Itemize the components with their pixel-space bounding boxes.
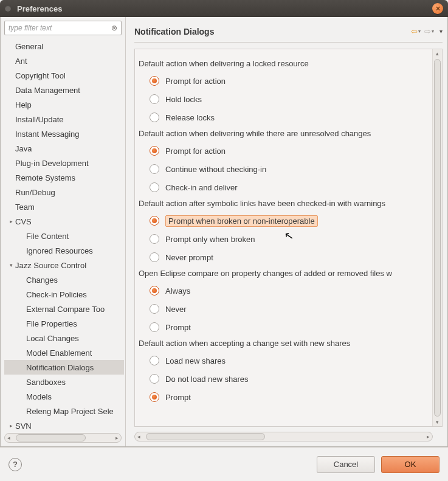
group-label: Default action when delivering a locked … <box>139 59 430 68</box>
radio-row[interactable]: Prompt for action <box>139 72 430 90</box>
ok-button[interactable]: OK <box>381 456 439 473</box>
tree-item-label: Notification Dialogs <box>26 363 94 372</box>
tree-item[interactable]: Ignored Resources <box>4 243 124 258</box>
tree-item[interactable]: Install/Update <box>4 112 124 126</box>
radio-button[interactable] <box>150 374 159 384</box>
radio-button[interactable] <box>150 322 159 332</box>
tree-item[interactable]: Copyright Tool <box>4 68 124 83</box>
tree-item-label: Data Management <box>15 86 80 95</box>
radio-button[interactable] <box>150 304 159 314</box>
tree-item[interactable]: Changes <box>4 272 124 287</box>
radio-button[interactable] <box>150 234 159 244</box>
radio-button[interactable] <box>150 252 159 262</box>
radio-label: Continue without checking-in <box>165 165 266 174</box>
radio-button[interactable] <box>150 216 159 226</box>
radio-button[interactable] <box>150 286 159 296</box>
tree-item[interactable]: Sandboxes <box>4 375 124 389</box>
radio-row[interactable]: Prompt only when broken <box>139 230 430 248</box>
radio-button[interactable] <box>150 146 159 156</box>
content-hscrollbar[interactable]: ◂ ▸ <box>134 432 433 441</box>
radio-row[interactable]: Never <box>139 300 430 318</box>
tree-item[interactable]: Notification Dialogs <box>4 360 124 375</box>
radio-row[interactable]: Prompt <box>139 318 430 336</box>
tree-item[interactable]: File Content <box>4 229 124 243</box>
radio-label: Load new shares <box>165 356 226 365</box>
tree-item[interactable]: Check-in Policies <box>4 287 124 302</box>
group-label: Open Eclipse compare on property changes… <box>139 269 430 278</box>
radio-row[interactable]: Check-in and deliver <box>139 178 430 196</box>
tree-item[interactable]: Data Management <box>4 83 124 97</box>
filter-input[interactable] <box>4 21 122 35</box>
scroll-right-icon[interactable]: ▸ <box>427 432 430 441</box>
tree-item[interactable]: Model Enablement <box>4 345 124 360</box>
view-menu-icon[interactable]: ▾ <box>439 28 443 35</box>
radio-button[interactable] <box>150 356 159 365</box>
tree-item-label: Instant Messaging <box>15 130 80 139</box>
radio-button[interactable] <box>150 392 159 402</box>
tree-item[interactable]: Team <box>4 199 124 214</box>
tree-item[interactable]: ▾Jazz Source Control <box>4 258 124 272</box>
scroll-up-icon[interactable]: ▴ <box>433 50 442 57</box>
radio-button[interactable] <box>150 182 159 192</box>
radio-row[interactable]: Prompt when broken or non-interoperable <box>139 212 430 230</box>
content-vscrollbar[interactable]: ▴ ▾ <box>432 49 442 426</box>
radio-button[interactable] <box>150 76 159 86</box>
expander-icon[interactable]: ▸ <box>7 423 15 429</box>
tree-item[interactable]: Releng Map Project Sele <box>4 404 124 418</box>
tree-item-label: Jazz Source Control <box>15 261 86 270</box>
radio-row[interactable]: Release locks <box>139 108 430 126</box>
radio-button[interactable] <box>150 94 159 104</box>
tree-item-label: General <box>15 42 43 51</box>
scroll-thumb[interactable] <box>16 434 86 441</box>
expander-icon[interactable]: ▸ <box>7 218 15 224</box>
radio-button[interactable] <box>150 112 159 122</box>
tree-item-label: CVS <box>15 217 32 226</box>
tree-item-label: Copyright Tool <box>15 71 66 80</box>
tree-item[interactable]: Remote Systems <box>4 170 124 185</box>
scroll-thumb[interactable] <box>434 59 441 417</box>
scroll-left-icon[interactable]: ◂ <box>137 432 140 441</box>
radio-row[interactable]: Hold locks <box>139 90 430 108</box>
nav-forward-button[interactable]: ⇨▾ <box>422 26 436 37</box>
radio-row[interactable]: Prompt for action <box>139 142 430 160</box>
titlebar: Preferences ✕ <box>0 0 448 17</box>
tree-item[interactable]: Local Changes <box>4 331 124 345</box>
radio-row[interactable]: Never prompt <box>139 248 430 266</box>
clear-icon[interactable]: ⊗ <box>109 23 119 33</box>
expander-icon[interactable]: ▾ <box>7 262 15 268</box>
tree-item-label: External Compare Too <box>26 305 105 314</box>
tree-item[interactable]: Run/Debug <box>4 185 124 199</box>
radio-button[interactable] <box>150 164 159 174</box>
tree-item[interactable]: ▸CVS <box>4 214 124 229</box>
radio-label: Never prompt <box>165 253 213 262</box>
radio-row[interactable]: Always <box>139 282 430 300</box>
radio-row[interactable]: Continue without checking-in <box>139 160 430 178</box>
radio-row[interactable]: Do not load new shares <box>139 370 430 388</box>
preference-tree[interactable]: GeneralAntCopyright ToolData ManagementH… <box>4 39 125 433</box>
tree-item[interactable]: ▸SVN <box>4 418 124 433</box>
nav-back-button[interactable]: ⇦▾ <box>409 26 422 37</box>
tree-item[interactable]: File Properties <box>4 316 124 331</box>
radio-row[interactable]: Prompt <box>139 388 430 406</box>
radio-row[interactable]: Load new shares <box>139 351 430 370</box>
radio-label: Release locks <box>165 113 215 122</box>
sidebar-hscrollbar[interactable]: ◂ ▸ <box>4 433 122 443</box>
tree-item[interactable]: General <box>4 39 124 54</box>
tree-item[interactable]: Plug-in Development <box>4 156 124 170</box>
tree-item[interactable]: Help <box>4 97 124 112</box>
tree-item[interactable]: Ant <box>4 54 124 68</box>
close-button[interactable]: ✕ <box>432 3 443 14</box>
tree-item[interactable]: External Compare Too <box>4 302 124 316</box>
button-bar: ? Cancel OK <box>0 447 448 481</box>
tree-item[interactable]: Models <box>4 389 124 404</box>
scroll-down-icon[interactable]: ▾ <box>433 419 442 425</box>
tree-item[interactable]: Instant Messaging <box>4 126 124 141</box>
scroll-right-icon[interactable]: ▸ <box>115 434 119 442</box>
cancel-button[interactable]: Cancel <box>317 456 375 473</box>
tree-item-label: Releng Map Project Sele <box>26 407 114 416</box>
tree-item[interactable]: Java <box>4 141 124 156</box>
tree-item-label: File Properties <box>26 319 77 328</box>
help-button[interactable]: ? <box>9 458 22 471</box>
scroll-thumb[interactable] <box>146 433 265 440</box>
scroll-left-icon[interactable]: ◂ <box>7 434 10 442</box>
